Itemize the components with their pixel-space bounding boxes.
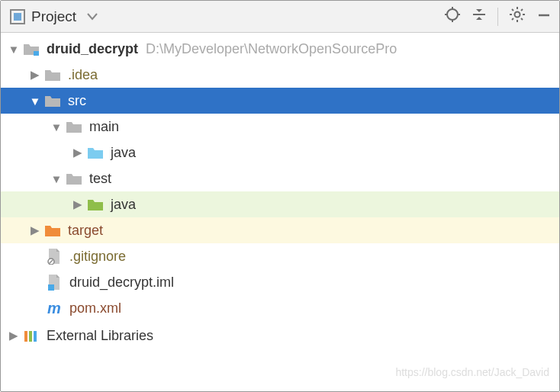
source-folder-icon bbox=[86, 146, 105, 159]
chevron-down-icon[interactable]: ▼ bbox=[48, 172, 65, 185]
excluded-folder-icon bbox=[43, 223, 62, 237]
file-label: pom.xml bbox=[69, 300, 121, 316]
project-path: D:\MyDeveloper\NetworkOpenSourcePro bbox=[146, 41, 397, 57]
folder-icon bbox=[43, 68, 62, 82]
folder-icon bbox=[65, 172, 83, 185]
chevron-right-icon[interactable]: ▶ bbox=[5, 329, 22, 342]
chevron-right-icon[interactable]: ▶ bbox=[69, 146, 86, 159]
libraries-icon bbox=[22, 329, 40, 342]
svg-point-0 bbox=[447, 9, 458, 20]
project-tree[interactable]: ▼ druid_decrypt D:\MyDeveloper\NetworkOp… bbox=[1, 33, 559, 349]
file-ignored-icon bbox=[45, 248, 63, 265]
project-view-icon[interactable] bbox=[10, 9, 25, 24]
svg-line-11 bbox=[512, 9, 513, 11]
tree-row-test-java[interactable]: ▶ java bbox=[1, 191, 559, 217]
file-module-icon bbox=[45, 274, 63, 291]
tree-row-src[interactable]: ▼ src bbox=[1, 88, 559, 114]
folder-icon bbox=[65, 120, 83, 133]
watermark: https://blog.csdn.net/Jack_David bbox=[395, 366, 549, 378]
chevron-right-icon[interactable]: ▶ bbox=[27, 68, 43, 82]
chevron-down-icon[interactable]: ▼ bbox=[27, 95, 43, 108]
dropdown-icon[interactable] bbox=[87, 8, 98, 24]
folder-label: java bbox=[111, 145, 136, 161]
file-label: .gitignore bbox=[69, 249, 126, 265]
module-icon bbox=[22, 42, 40, 56]
toolbar-divider bbox=[497, 8, 498, 26]
tree-row-pom[interactable]: m pom.xml bbox=[1, 295, 559, 321]
maven-icon: m bbox=[45, 300, 63, 317]
tree-row-project[interactable]: ▼ druid_decrypt D:\MyDeveloper\NetworkOp… bbox=[1, 36, 559, 62]
svg-line-13 bbox=[512, 18, 513, 20]
folder-label: src bbox=[68, 93, 86, 109]
folder-label: test bbox=[89, 171, 111, 187]
svg-rect-19 bbox=[48, 284, 54, 291]
folder-icon bbox=[43, 94, 62, 108]
folder-label: .idea bbox=[68, 67, 98, 83]
tree-row-target[interactable]: ▶ target bbox=[1, 217, 559, 243]
folder-label: java bbox=[111, 197, 136, 213]
file-label: druid_decrypt.iml bbox=[69, 275, 174, 291]
svg-rect-16 bbox=[34, 51, 39, 56]
folder-label: main bbox=[89, 119, 119, 135]
toolbar-title[interactable]: Project bbox=[31, 8, 76, 25]
gear-icon[interactable] bbox=[509, 6, 526, 27]
chevron-right-icon[interactable]: ▶ bbox=[27, 223, 43, 237]
chevron-down-icon[interactable]: ▼ bbox=[48, 120, 65, 133]
folder-label: target bbox=[68, 223, 103, 239]
svg-line-12 bbox=[521, 18, 523, 20]
tree-row-main-java[interactable]: ▶ java bbox=[1, 140, 559, 165]
collapse-icon[interactable] bbox=[471, 7, 487, 26]
external-label: External Libraries bbox=[47, 328, 153, 344]
locate-icon[interactable] bbox=[444, 6, 461, 27]
tree-row-gitignore[interactable]: .gitignore bbox=[1, 243, 559, 269]
tree-row-idea[interactable]: ▶ .idea bbox=[1, 62, 559, 88]
svg-line-14 bbox=[521, 9, 523, 11]
svg-point-6 bbox=[515, 12, 520, 18]
minimize-icon[interactable] bbox=[536, 7, 552, 26]
svg-rect-22 bbox=[34, 331, 37, 342]
svg-rect-20 bbox=[24, 331, 27, 342]
test-folder-icon bbox=[86, 198, 105, 211]
tree-row-external[interactable]: ▶ External Libraries bbox=[1, 323, 559, 349]
chevron-right-icon[interactable]: ▶ bbox=[69, 198, 86, 211]
tree-row-main[interactable]: ▼ main bbox=[1, 114, 559, 140]
chevron-down-icon[interactable]: ▼ bbox=[5, 43, 22, 56]
svg-rect-21 bbox=[29, 331, 32, 342]
tree-row-iml[interactable]: druid_decrypt.iml bbox=[1, 269, 559, 295]
project-name: druid_decrypt bbox=[47, 41, 138, 57]
toolbar: Project bbox=[1, 1, 559, 33]
tree-row-test[interactable]: ▼ test bbox=[1, 165, 559, 191]
